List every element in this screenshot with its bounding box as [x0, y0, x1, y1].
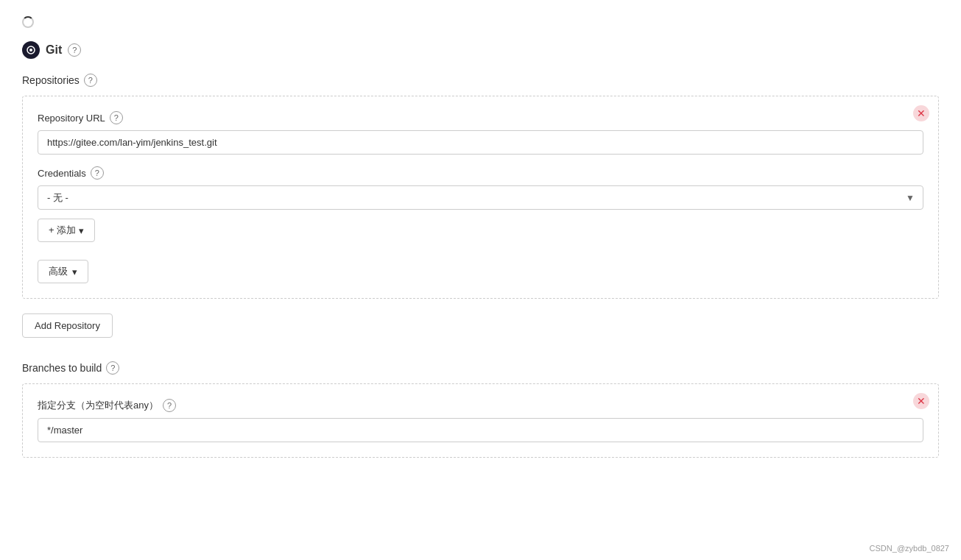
repository-close-button[interactable]: ✕ — [913, 105, 929, 121]
branch-input[interactable] — [38, 418, 923, 442]
git-icon — [22, 41, 40, 59]
loading-spinner — [22, 16, 34, 28]
git-title: Git — [46, 43, 62, 57]
credentials-select[interactable]: - 无 - — [38, 185, 923, 210]
branch-box: ✕ 指定分支（为空时代表any） ? — [22, 383, 939, 458]
top-bar — [22, 15, 939, 29]
credentials-label: Credentials ? — [38, 166, 923, 180]
svg-point-1 — [29, 49, 32, 52]
credentials-section: Credentials ? - 无 - ▼ + 添加 ▾ — [38, 166, 923, 242]
add-btn-dropdown-icon: ▾ — [79, 225, 84, 236]
credentials-help-icon[interactable]: ? — [91, 166, 104, 180]
watermark: CSDN_@zybdb_0827 — [870, 544, 949, 553]
credentials-select-wrapper: - 无 - ▼ — [38, 185, 923, 210]
repository-box: ✕ Repository URL ? Credentials ? - 无 - ▼ — [22, 96, 939, 299]
branches-section-label: Branches to build ? — [22, 361, 939, 375]
repo-url-label: Repository URL ? — [38, 111, 923, 124]
repo-url-help-icon[interactable]: ? — [110, 111, 123, 124]
branches-help-icon[interactable]: ? — [106, 361, 119, 375]
git-header: Git ? — [22, 41, 939, 59]
repo-url-input[interactable] — [38, 130, 923, 155]
branch-field-label: 指定分支（为空时代表any） ? — [38, 399, 923, 412]
add-credentials-button[interactable]: + 添加 ▾ — [38, 219, 95, 242]
git-help-icon[interactable]: ? — [68, 43, 81, 57]
git-section: Git ? Repositories ? ✕ Repository URL ? … — [22, 41, 939, 458]
add-repository-button[interactable]: Add Repository — [22, 313, 113, 338]
repositories-section-label: Repositories ? — [22, 74, 939, 87]
branch-field-help-icon[interactable]: ? — [163, 399, 176, 412]
branches-section: Branches to build ? ✕ 指定分支（为空时代表any） ? — [22, 361, 939, 458]
page-container: Git ? Repositories ? ✕ Repository URL ? … — [0, 0, 961, 560]
advanced-button[interactable]: 高级 — [38, 260, 88, 283]
branch-close-button[interactable]: ✕ — [913, 393, 929, 409]
advanced-chevron-icon — [72, 266, 77, 277]
repositories-help-icon[interactable]: ? — [84, 74, 97, 87]
